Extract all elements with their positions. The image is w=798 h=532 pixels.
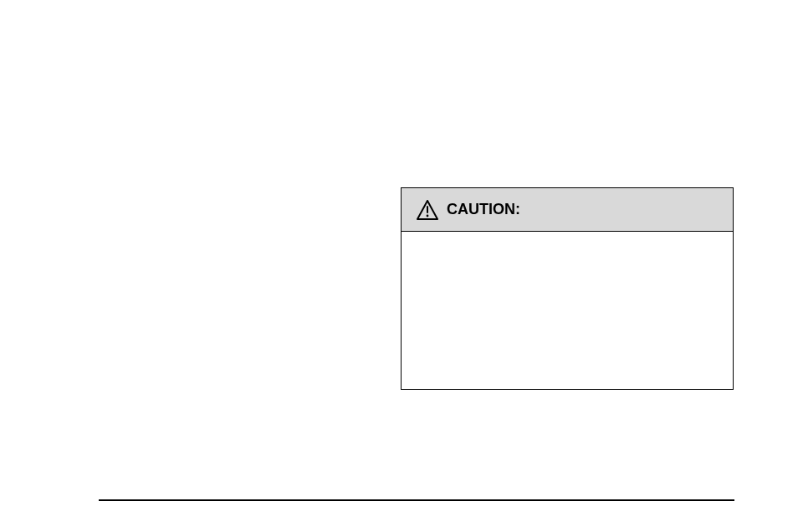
caution-header: CAUTION: — [402, 188, 733, 232]
warning-triangle-icon — [417, 200, 438, 220]
caution-title: CAUTION: — [447, 199, 520, 219]
caution-box: CAUTION: — [401, 187, 734, 390]
svg-point-2 — [427, 214, 429, 217]
caution-body — [402, 232, 733, 258]
page: CAUTION: — [0, 0, 798, 532]
footer-rule — [99, 499, 734, 501]
